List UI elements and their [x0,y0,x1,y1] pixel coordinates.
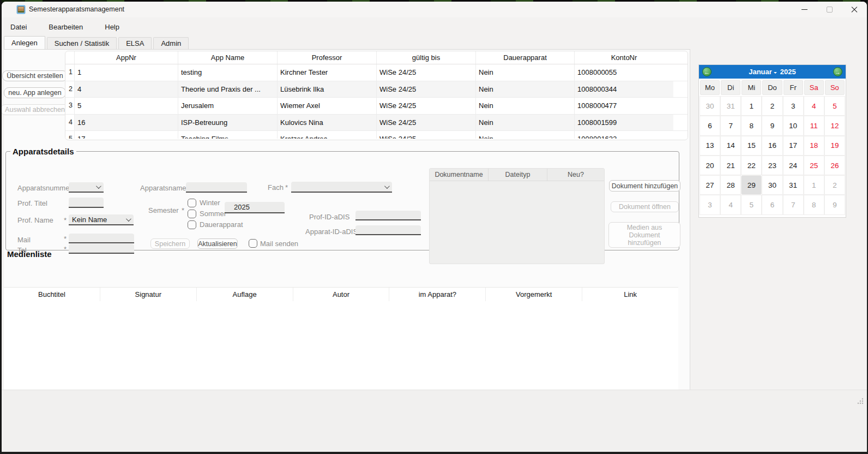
calendar-title[interactable]: Januar 2025 [749,68,796,76]
prof-titel-field[interactable] [69,198,104,208]
calendar-day[interactable]: 8 [804,195,824,214]
calendar-day[interactable]: 24 [783,156,804,175]
table-row[interactable]: 35JerusalemWiemer AxelWiSe 24/25Nein1008… [65,98,688,115]
calendar-day[interactable]: 10 [783,116,804,135]
calendar-day[interactable]: 9 [824,195,845,214]
media-column-im-apparat[interactable]: im Apparat? [389,288,485,301]
media-column-auflage[interactable]: Auflage [196,288,293,301]
doc-column-neu[interactable]: Neu? [547,169,604,181]
apparatsnummer-select[interactable] [69,182,104,193]
media-column-signatur[interactable]: Signatur [100,288,196,301]
calendar-day[interactable]: 6 [762,195,782,214]
mail-field[interactable] [69,234,134,243]
table-row[interactable]: 416ISP-BetreuungKulovics NinaWiSe 24/25N… [65,115,688,132]
mail-senden-checkbox[interactable] [249,239,257,248]
column-header-professor[interactable]: Professor [277,51,376,64]
calendar-day[interactable]: 31 [720,96,741,116]
calendar-day[interactable]: 2 [762,96,782,116]
minimize-button[interactable] [792,2,817,17]
apparat-id-adis-field[interactable] [355,225,421,235]
speichern-button[interactable]: Speichern [150,238,190,249]
semester-year-field[interactable]: 2025 [225,202,285,213]
calendar-day[interactable]: 4 [720,195,741,214]
calendar-day[interactable]: 9 [762,116,782,135]
calendar-day[interactable]: 30 [700,96,720,116]
calendar-day[interactable]: 12 [824,116,845,135]
calendar-day[interactable]: 13 [700,136,720,156]
calendar-day[interactable]: 17 [783,136,804,156]
close-button[interactable] [842,2,867,17]
media-column-link[interactable]: Link [582,288,678,301]
apparatsname-field[interactable] [186,182,247,193]
calendar-day[interactable]: 7 [783,195,804,214]
calendar-day[interactable]: 4 [804,96,824,116]
calendar-day[interactable]: 30 [762,175,782,195]
doc-column-dateityp[interactable]: Dateityp [488,169,547,181]
table-row[interactable]: 24Theorie und Praxis der ...Lüsebrink Il… [65,81,688,98]
table-row[interactable]: 517Teaching FilmsKratzer AndreaWiSe 24/2… [65,131,688,139]
column-header-dauerapparat[interactable]: Dauerapparat [475,51,574,64]
column-header-appnr[interactable]: AppNr [74,51,178,64]
calendar-day[interactable]: 21 [720,156,741,175]
resize-grip-icon[interactable] [857,398,864,404]
calendar-day[interactable]: 31 [783,175,804,195]
menu-datei[interactable]: Datei [4,21,33,33]
tab-admin[interactable]: Admin [153,37,189,49]
calendar-day[interactable]: 11 [804,116,824,135]
column-header-gueltig-bis[interactable]: gültig bis [376,51,475,64]
calendar-day[interactable]: 26 [824,156,845,175]
column-header-kontonr[interactable]: KontoNr [574,51,673,64]
tab-anlegen[interactable]: Anlegen [4,36,45,49]
calendar-day[interactable]: 5 [824,96,845,116]
calendar-day[interactable]: 2 [824,175,845,195]
menu-bearbeiten[interactable]: Bearbeiten [43,21,89,33]
medien-aus-dokument-button[interactable]: Medien aus Dokument hinzufügen [608,222,680,248]
table-row[interactable]: 11testingKirchner TesterWiSe 24/25Nein10… [65,64,688,81]
calendar-day[interactable]: 3 [700,195,720,214]
calendar-day[interactable]: 8 [741,116,762,135]
calendar-day[interactable]: 23 [762,156,782,175]
auswahl-abbrechen-button[interactable]: Auswahl abbrechen [2,104,69,115]
media-column-autor[interactable]: Autor [293,288,389,301]
calendar-day[interactable]: 16 [762,136,782,156]
tab-suchen-statistik[interactable]: Suchen / Statistik [47,37,117,49]
dokument-hinzufuegen-button[interactable]: Dokument hinzufügen [609,180,680,192]
calendar-day[interactable]: 6 [700,116,720,135]
calendar-day[interactable]: 18 [804,136,824,156]
sommer-radio[interactable] [188,210,196,218]
calendar-day[interactable]: 28 [720,175,741,195]
next-month-button[interactable]: → [833,67,842,76]
calendar-day[interactable]: 15 [741,136,762,156]
media-column-buchtitel[interactable]: Buchtitel [4,288,100,301]
calendar-day[interactable]: 5 [741,195,762,214]
media-column-vorgemerkt[interactable]: Vorgemerkt [485,288,582,301]
prof-id-adis-field[interactable] [355,211,421,220]
calendar-day[interactable]: 27 [700,175,720,195]
calendar-day[interactable]: 20 [700,156,720,175]
menu-help[interactable]: Help [99,21,125,33]
column-header-app-name[interactable]: App Name [178,51,277,64]
calendar-day[interactable]: 25 [804,156,824,175]
tel-field[interactable] [69,244,134,254]
calendar-day[interactable]: 19 [824,136,845,156]
calendar-day[interactable]: 3 [783,96,804,116]
calendar-day[interactable]: 1 [804,175,824,195]
fach-select[interactable] [291,182,392,193]
calendar-day[interactable]: 29 [741,175,762,195]
calendar-day[interactable]: 22 [741,156,762,175]
dauerapparat-radio[interactable] [188,220,196,229]
previous-month-button[interactable]: ← [702,67,712,76]
uebersicht-erstellen-button[interactable]: Übersicht erstellen [2,70,68,81]
maximize-button[interactable] [817,2,842,17]
calendar-day[interactable]: 7 [720,116,741,135]
doc-column-dokumentname[interactable]: Dokumentname [430,169,488,181]
calendar-day[interactable]: 1 [741,96,762,116]
prof-name-select[interactable]: Kein Name [69,214,134,225]
dokument-oeffnen-button[interactable]: Dokument öffnen [611,201,679,212]
tab-elsa[interactable]: ELSA [118,37,152,49]
winter-radio[interactable] [188,199,196,207]
aktualisieren-button[interactable]: Aktualisieren [197,238,238,249]
title-bar[interactable]: Semesterapparatsmanagement [2,2,867,17]
calendar-day[interactable]: 14 [720,136,741,156]
neu-app-anlegen-button[interactable]: neu. App anlegen [4,87,65,98]
